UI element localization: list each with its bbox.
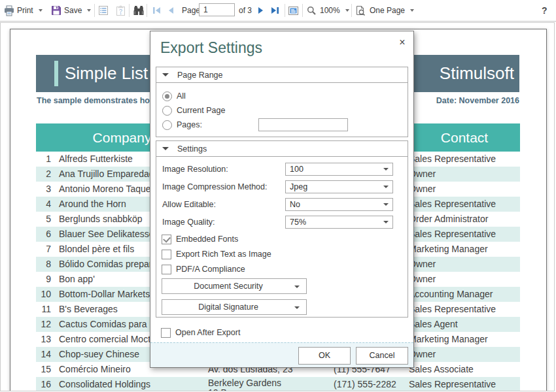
- toolbar-separator: [302, 4, 303, 17]
- checkbox-label: PDF/A Compliance: [176, 265, 245, 274]
- settings-field-row: Allow Editable: No: [162, 198, 398, 211]
- row-contact: Sales Representative: [409, 302, 496, 317]
- row-contact: Order Administrator: [409, 212, 488, 227]
- row-number: 6: [36, 227, 51, 242]
- row-contact: Sales Associate: [409, 362, 474, 377]
- printer-icon: [4, 5, 14, 16]
- open-after-export-checkbox[interactable]: Open After Export: [161, 327, 240, 338]
- field-label: Image Compression Method:: [162, 182, 268, 191]
- row-contact: Accounting Manager: [409, 287, 493, 302]
- field-dropdown[interactable]: 100: [285, 163, 393, 176]
- field-label: Allow Editable:: [162, 200, 216, 209]
- row-phone: (171) 555-2282: [334, 377, 396, 391]
- field-dropdown[interactable]: 75%: [285, 216, 393, 229]
- collapse-triangle-icon: [162, 73, 169, 76]
- next-page-button[interactable]: [258, 0, 264, 21]
- dropdown-caret-icon: [383, 221, 389, 223]
- parameters-button[interactable]: ?: [116, 0, 126, 21]
- row-company: Blondel père et fils: [59, 242, 134, 257]
- settings-field-row: Image Compression Method: Jpeg: [162, 180, 398, 193]
- last-page-button[interactable]: [271, 0, 279, 21]
- save-label: Save: [64, 6, 82, 15]
- settings-group-header[interactable]: Settings: [156, 141, 408, 157]
- row-number: 11: [36, 302, 51, 317]
- radio-current-page-label: Current Page: [177, 106, 225, 115]
- dropdown-value: No: [290, 200, 383, 209]
- dropdown-button[interactable]: Digital Signature: [162, 299, 307, 315]
- page-range-header-label: Page Range: [177, 71, 223, 80]
- row-contact: Sales Representative: [409, 152, 496, 167]
- row-contact: Marketing Manager: [409, 242, 488, 257]
- page-label: Page: [182, 6, 200, 15]
- row-number: 9: [36, 272, 51, 287]
- row-number: 2: [36, 167, 51, 182]
- bookmarks-button[interactable]: [99, 0, 108, 21]
- page-number-input[interactable]: [199, 3, 235, 16]
- print-label: Print: [17, 6, 33, 15]
- row-company: Bon app': [59, 272, 95, 287]
- row-number: 8: [36, 257, 51, 272]
- radio-pages-icon: [162, 120, 172, 130]
- save-caret-icon: [87, 9, 91, 12]
- save-icon: [51, 5, 61, 16]
- page-range-group: Page Range All Current Page Pages:: [156, 67, 408, 137]
- collapse-triangle-icon: [162, 147, 169, 150]
- toolbar-separator: [94, 4, 95, 17]
- toolbar-separator: [129, 4, 130, 17]
- row-contact: Sales Representative: [409, 377, 496, 391]
- radio-current-page[interactable]: Current Page: [162, 105, 225, 116]
- page-range-group-header[interactable]: Page Range: [156, 67, 408, 83]
- dialog-title: Export Settings: [160, 39, 262, 57]
- dropdown-button-caret-icon: [294, 286, 300, 288]
- row-number: 14: [36, 347, 51, 362]
- row-address: Berkeley Gardens 12 Brewery: [208, 378, 281, 391]
- row-number: 4: [36, 197, 51, 212]
- column-header-contact: Contact: [409, 123, 520, 152]
- toolbar-separator: [147, 4, 147, 17]
- pages-range-input[interactable]: [258, 118, 348, 131]
- close-icon[interactable]: ×: [396, 37, 409, 50]
- prev-page-button[interactable]: [168, 0, 174, 21]
- radio-all[interactable]: All: [162, 91, 186, 101]
- dropdown-value: Jpeg: [290, 182, 383, 191]
- row-contact: Sales Representative: [409, 197, 496, 212]
- field-dropdown[interactable]: No: [285, 198, 393, 211]
- row-company: Blauer See Delikatessen: [59, 227, 159, 242]
- field-dropdown[interactable]: Jpeg: [285, 180, 393, 193]
- settings-checkbox[interactable]: Export Rich Text as Image: [162, 249, 271, 259]
- save-button[interactable]: Save: [51, 0, 91, 21]
- report-brand: Stimulsoft: [440, 63, 514, 84]
- fullscreen-button[interactable]: [288, 0, 298, 21]
- radio-pages[interactable]: Pages:: [162, 120, 202, 130]
- field-label: Image Quality:: [162, 218, 215, 227]
- view-mode-button[interactable]: One Page: [355, 0, 414, 21]
- find-button[interactable]: [133, 0, 144, 21]
- zoom-button[interactable]: 100%: [307, 0, 349, 21]
- settings-field-row: Image Resolution: 100: [162, 163, 398, 176]
- dropdown-button[interactable]: Document Security: [162, 278, 307, 294]
- view-mode-label: One Page: [370, 6, 405, 15]
- next-page-icon: [258, 7, 264, 14]
- help-button[interactable]: ?: [542, 0, 547, 21]
- settings-header-label: Settings: [177, 144, 207, 154]
- settings-checkbox[interactable]: PDF/A Compliance: [162, 264, 245, 274]
- dropdown-button-label: Document Security: [194, 282, 263, 291]
- settings-checkbox[interactable]: Embedded Fonts: [162, 234, 238, 244]
- first-page-button[interactable]: [152, 0, 161, 21]
- ok-button[interactable]: OK: [298, 347, 351, 365]
- find-icon: [133, 5, 144, 16]
- zoom-value-label: 100%: [320, 6, 340, 15]
- row-company: Antonio Moreno Taquería: [59, 182, 162, 197]
- page-label-group: Page: [182, 0, 200, 21]
- last-page-icon: [271, 7, 279, 14]
- row-company: Berglunds snabbköp: [59, 212, 143, 227]
- row-number: 7: [36, 242, 51, 257]
- radio-current-page-icon: [162, 106, 172, 116]
- row-contact: Sales Representative: [409, 227, 496, 242]
- print-button[interactable]: Print: [4, 0, 43, 21]
- cancel-button[interactable]: Cancel: [356, 347, 408, 365]
- parameters-icon: ?: [116, 5, 126, 16]
- radio-pages-label: Pages:: [177, 120, 202, 129]
- row-number: 1: [36, 152, 51, 167]
- row-company: Comércio Mineiro: [59, 362, 131, 377]
